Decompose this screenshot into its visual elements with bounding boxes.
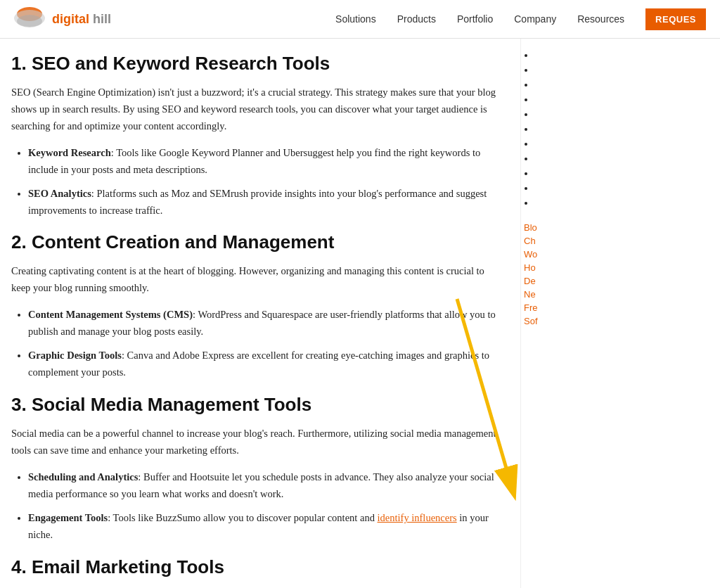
page-wrapper: 1. SEO and Keyword Research Tools SEO (S… [0,39,720,588]
sidebar-bullet-item [535,65,627,75]
logo-icon [11,6,48,32]
section-seo-list: Keyword Research: Tools like Google Keyw… [28,145,501,219]
sidebar-bullet-item [535,79,627,90]
nav-company[interactable]: Company [514,13,556,25]
section-social-title: 3. Social Media Management Tools [11,394,501,416]
section-social-intro: Social media can be a powerful channel t… [11,426,501,459]
sidebar-bullet-item [535,109,627,120]
sidebar-bullet-item [535,183,627,193]
section-social-media: 3. Social Media Management Tools Social … [11,394,501,544]
sidebar-link[interactable]: Ne [524,289,536,300]
list-item: SEO Analytics: Platforms such as Moz and… [28,186,501,219]
list-item: Content Management Systems (CMS): WordPr… [28,307,501,340]
request-button[interactable]: REQUES [645,8,706,30]
list-item: Keyword Research: Tools like Google Keyw… [28,145,501,179]
section-seo-intro: SEO (Search Engine Optimization) isn't j… [11,84,501,135]
section-content-title: 2. Content Creation and Management [11,231,501,253]
main-content: 1. SEO and Keyword Research Tools SEO (S… [0,39,520,588]
list-item: Graphic Design Tools: Canva and Adobe Ex… [28,347,501,381]
sidebar-link-list: Blo Ch Wo Ho De Ne Fre Sof [524,222,627,326]
sidebar-bullet-item [535,168,627,179]
sidebar-link-item: De [524,276,627,286]
nav-solutions[interactable]: Solutions [335,13,376,25]
section-content-creation: 2. Content Creation and Management Creat… [11,231,501,381]
section-content-intro: Creating captivating content is at the h… [11,263,501,297]
section-seo: 1. SEO and Keyword Research Tools SEO (S… [11,53,501,219]
sidebar-link-item: Ch [524,236,627,246]
section-seo-title: 1. SEO and Keyword Research Tools [11,53,501,75]
section-email-title: 4. Email Marketing Tools [11,556,501,578]
list-item: Engagement Tools: Tools like BuzzSumo al… [28,510,501,544]
sidebar-bullet-list [535,50,627,208]
section-email-marketing: 4. Email Marketing Tools A strong email … [11,556,501,588]
sidebar-link-item: Wo [524,249,627,260]
sidebar-bullet-item [535,124,627,134]
sidebar-link[interactable]: De [524,276,536,286]
sidebar-link[interactable]: Blo [524,222,537,233]
section-content-list: Content Management Systems (CMS): WordPr… [28,307,501,381]
site-logo[interactable]: digital hill [11,6,111,32]
identify-influencers-link[interactable]: identify influencers [378,512,457,523]
sidebar-bullet-item [535,139,627,149]
sidebar-link[interactable]: Ho [524,262,536,273]
nav-portfolio[interactable]: Portfolio [457,13,493,25]
logo-text: digital hill [52,12,111,27]
list-item: Scheduling and Analytics: Buffer and Hoo… [28,469,501,503]
sidebar-link-item: Fre [524,302,627,313]
sidebar-link[interactable]: Fre [524,302,538,313]
svg-point-2 [17,15,42,27]
nav-products[interactable]: Products [397,13,436,25]
sidebar-bullet-item [535,198,627,208]
sidebar-bullet-item [535,94,627,105]
sidebar-link-item: Ho [524,262,627,273]
sidebar-link[interactable]: Sof [524,316,538,326]
sidebar-link-item: Blo [524,222,627,233]
site-header: digital hill Solutions Products Portfoli… [0,0,720,39]
sidebar-link-item: Sof [524,316,627,326]
sidebar-bullet-item [535,153,627,164]
sidebar-link[interactable]: Wo [524,249,537,260]
sidebar-link[interactable]: Ch [524,236,536,246]
nav-resources[interactable]: Resources [577,13,624,25]
sidebar: Blo Ch Wo Ho De Ne Fre Sof [520,39,633,588]
main-nav: Solutions Products Portfolio Company Res… [335,8,706,30]
sidebar-bullet-item [535,50,627,60]
sidebar-link-item: Ne [524,289,627,300]
section-social-list: Scheduling and Analytics: Buffer and Hoo… [28,469,501,544]
